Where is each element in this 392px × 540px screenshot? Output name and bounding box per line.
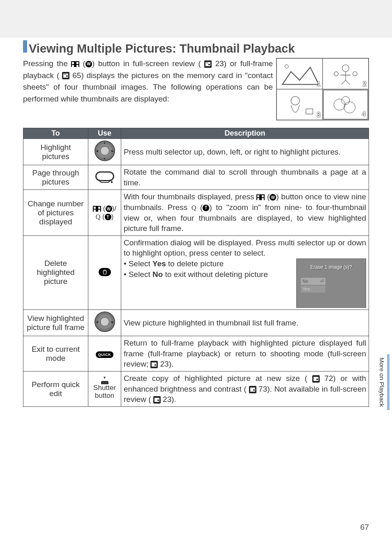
w-icon: W [106, 205, 112, 212]
intro-ref2: 65 [72, 71, 81, 80]
reference-icon [153, 396, 161, 404]
erase-option-no: No ⏎ [301, 278, 325, 285]
desc-changenum: With four thumbnails displayed, press (W… [121, 190, 369, 236]
multi-selector-icon [95, 312, 115, 332]
chapter-tab-label: More on Playback [377, 354, 390, 410]
shutter-label: Shutter button [91, 384, 118, 399]
svg-point-11 [344, 102, 355, 113]
table-row: Page through pictures Rotate the command… [23, 165, 369, 190]
to-page: Page through pictures [23, 165, 88, 190]
svg-point-7 [353, 72, 357, 76]
col-desc: Description [121, 128, 369, 139]
thumb-num-4: 4 [362, 111, 366, 118]
heading-accent [23, 40, 27, 53]
magnify-icon: Q [96, 213, 101, 220]
svg-point-8 [291, 97, 300, 105]
intro-seg-d: ) displays the pictures on the memory ca… [23, 71, 273, 103]
multi-selector-icon [95, 141, 115, 161]
w-icon: W [270, 194, 276, 201]
thumbnail-icon [256, 194, 265, 201]
table-row: Exit to current mode QUICK Return to ful… [23, 336, 369, 372]
page-title: Viewing Multiple Pictures: Thumbnail Pla… [29, 42, 295, 55]
t-icon: T [203, 205, 209, 211]
erase-dialog: Erase 1 image (s)? No ⏎ Yes [296, 258, 366, 308]
svg-point-3 [66, 75, 68, 77]
use-quick: QUICK [88, 336, 121, 372]
desc-page: Rotate the command dial to scroll throug… [121, 165, 369, 190]
quick-icon: QUICK [96, 351, 114, 358]
use-delete [88, 235, 121, 309]
to-exit: Exit to current mode [23, 336, 88, 372]
desc-quickedit: Create copy of highlighted picture at ne… [121, 372, 369, 407]
svg-point-14 [154, 364, 156, 366]
table-row: Perform quick edit Shutter button Create… [23, 372, 369, 407]
reference-icon [204, 60, 212, 68]
svg-point-18 [253, 389, 255, 391]
intro-text: Pressing the (W) button in full-screen r… [23, 58, 273, 120]
svg-point-1 [208, 64, 210, 65]
use-multiselector-center [88, 310, 121, 336]
to-viewfull: View highlighted picture full frame [23, 310, 88, 336]
intro-row: Pressing the (W) button in full-screen r… [23, 58, 369, 120]
thumb-num-1: 1 [317, 81, 321, 88]
operations-table: To Use Description Highlight pictures Pr… [23, 128, 369, 407]
svg-rect-9 [306, 109, 313, 114]
w-icon: W [85, 61, 92, 67]
erase-dialog-question: Erase 1 image (s)? [301, 264, 362, 270]
use-dial [88, 165, 121, 190]
thumb-num-2: 2 [363, 81, 367, 88]
use-thumb-zoom: (W)/ Q (T) [88, 190, 121, 236]
thumb-cell-4: 4 [323, 89, 369, 120]
reference-icon [312, 375, 320, 383]
intro-seg-b: button in full-screen review ( [98, 59, 201, 68]
delete-top: Confirmation dialog will be displayed. P… [124, 238, 366, 258]
trash-icon [99, 268, 111, 276]
thumbnail-icon [93, 205, 101, 212]
delete-bullet-2: • Select No to exit without deleting pic… [124, 269, 293, 280]
header-band [0, 0, 392, 38]
page-content: Viewing Multiple Pictures: Thumbnail Pla… [0, 40, 392, 407]
thumb-cell-1: 1 [277, 58, 323, 89]
use-shutter: Shutter button [88, 372, 121, 407]
to-highlight: Highlight pictures [23, 139, 88, 165]
desc-exit: Return to full-frame playback with highl… [121, 336, 369, 372]
t-icon: T [105, 214, 111, 220]
svg-point-20 [157, 399, 159, 401]
reference-icon [62, 72, 69, 79]
delete-bullet-1: • Select Yes to delete picture [124, 258, 293, 269]
magnify-icon: Q [191, 204, 196, 211]
table-row: Change number of pictures displayed (W)/… [23, 190, 369, 236]
intro-ref1: 23 [215, 59, 224, 68]
svg-point-5 [342, 65, 349, 72]
thumb-cell-3: 3 [277, 89, 323, 120]
thumbnail-illustration: 1 2 3 4 [276, 58, 369, 120]
chapter-tab: More on Playback [375, 343, 391, 421]
svg-point-16 [316, 378, 318, 380]
col-use: Use [88, 128, 121, 139]
thumbnail-icon [71, 60, 79, 68]
reference-icon [150, 361, 158, 368]
svg-point-6 [334, 72, 338, 76]
svg-point-10 [334, 99, 345, 111]
to-delete: Delete highlighted picture [23, 235, 88, 309]
thumb-cell-2: 2 [323, 58, 369, 89]
command-dial-icon [95, 171, 114, 181]
reference-icon [249, 386, 256, 393]
table-row: Highlight pictures Press multi selector … [23, 139, 369, 165]
heading-row: Viewing Multiple Pictures: Thumbnail Pla… [23, 40, 369, 55]
to-changenum: Change number of pictures displayed [23, 190, 88, 236]
desc-delete: Confirmation dialog will be displayed. P… [121, 235, 369, 309]
page-number: 67 [360, 523, 369, 532]
intro-seg-a: Pressing the [23, 59, 71, 68]
desc-highlight: Press multi selector up, down, left, or … [121, 139, 369, 165]
svg-point-4 [285, 65, 288, 68]
erase-option-yes: Yes [301, 286, 325, 293]
col-to: To [23, 128, 88, 139]
to-quickedit: Perform quick edit [23, 372, 88, 407]
desc-viewfull: View picture highlighted in thumbnail li… [121, 310, 369, 336]
table-row: View highlighted picture full frame View… [23, 310, 369, 336]
thumb-num-3: 3 [317, 111, 321, 119]
shutter-icon [100, 378, 109, 384]
use-multiselector [88, 139, 121, 165]
table-row: Delete highlighted picture Confirmation … [23, 235, 369, 309]
